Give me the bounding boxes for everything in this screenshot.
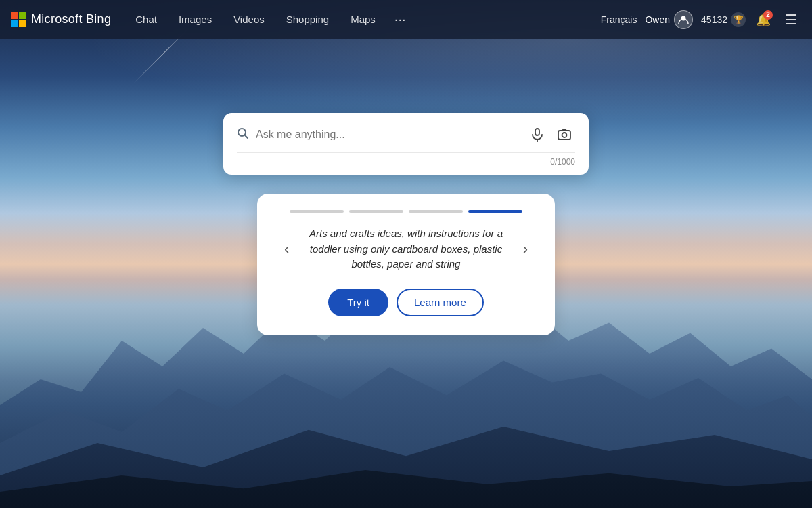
nav-right: Français Owen 45132 🏆 🔔 2 ☰: [601, 7, 801, 32]
progress-tab-2[interactable]: [349, 210, 403, 213]
logo-area[interactable]: Microsoft Bing: [11, 12, 111, 27]
search-container: 0/1000: [223, 113, 589, 175]
svg-rect-2: [535, 129, 539, 135]
try-it-button[interactable]: Try it: [328, 289, 388, 316]
progress-tab-3[interactable]: [409, 210, 463, 213]
hamburger-menu[interactable]: ☰: [781, 7, 801, 32]
nav-videos[interactable]: Videos: [223, 0, 275, 39]
logo-green: [19, 12, 26, 19]
microphone-button[interactable]: [526, 124, 548, 146]
svg-point-5: [562, 133, 567, 137]
suggestion-card: ‹ Arts and crafts ideas, with instructio…: [257, 194, 555, 335]
search-input-row: [237, 124, 575, 146]
notification-badge: 2: [763, 10, 773, 20]
nav-chat[interactable]: Chat: [125, 0, 168, 39]
trophy-icon: 🏆: [731, 12, 746, 27]
logo-red: [11, 12, 18, 19]
next-arrow-button[interactable]: ›: [518, 238, 533, 261]
svg-rect-4: [558, 131, 570, 140]
user-menu[interactable]: Owen: [645, 10, 693, 29]
language-selector[interactable]: Français: [601, 14, 637, 25]
nav-maps[interactable]: Maps: [340, 0, 386, 39]
search-icon: [237, 127, 249, 143]
character-counter: 0/1000: [237, 157, 575, 167]
points-value: 45132: [701, 14, 727, 25]
notifications-button[interactable]: 🔔 2: [754, 10, 773, 29]
card-content: ‹ Arts and crafts ideas, with instructio…: [279, 226, 533, 272]
user-name: Owen: [645, 14, 670, 25]
prev-arrow-button[interactable]: ‹: [279, 238, 294, 261]
search-input[interactable]: [256, 129, 520, 141]
navbar: Microsoft Bing Chat Images Videos Shoppi…: [0, 0, 812, 39]
progress-tabs: [279, 210, 533, 213]
progress-tab-1[interactable]: [290, 210, 344, 213]
points-display[interactable]: 45132 🏆: [701, 12, 746, 27]
progress-tab-4[interactable]: [468, 210, 522, 213]
nav-links: Chat Images Videos Shopping Maps ···: [125, 0, 598, 39]
svg-point-0: [681, 16, 686, 20]
avatar: [674, 10, 693, 29]
brand-name: Microsoft Bing: [31, 12, 111, 26]
main-content: 0/1000 ‹ Arts and crafts ideas, with ins…: [0, 39, 812, 335]
logo-blue: [11, 20, 18, 27]
nav-more[interactable]: ···: [386, 0, 414, 39]
search-divider: [237, 152, 575, 153]
nav-images[interactable]: Images: [168, 0, 223, 39]
learn-more-button[interactable]: Learn more: [397, 289, 484, 316]
logo-yellow: [19, 20, 26, 27]
search-actions: [526, 124, 575, 146]
card-suggestion-text: Arts and crafts ideas, with instructions…: [302, 226, 509, 272]
microsoft-logo: [11, 12, 26, 27]
card-buttons: Try it Learn more: [328, 289, 484, 316]
camera-button[interactable]: [554, 124, 575, 146]
nav-shopping[interactable]: Shopping: [275, 0, 340, 39]
